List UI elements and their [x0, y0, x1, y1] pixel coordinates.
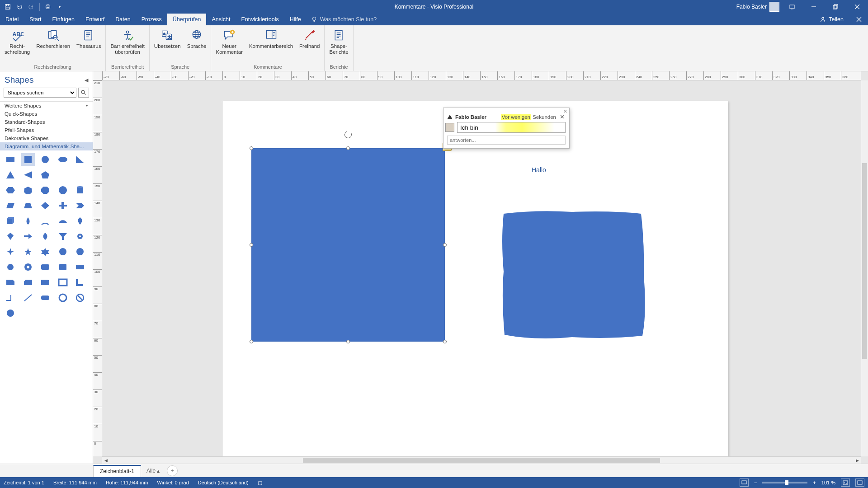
- shape-blank1[interactable]: [21, 307, 35, 319]
- zoom-out-button[interactable]: −: [754, 480, 757, 485]
- shapes-search-button[interactable]: [78, 88, 89, 98]
- shape-burst[interactable]: [73, 245, 87, 258]
- shape-ring[interactable]: [56, 291, 70, 304]
- stencil-diagram-math-shapes[interactable]: Diagramm- und Mathematik-Sha...: [0, 142, 93, 150]
- shape-no[interactable]: [73, 291, 87, 304]
- tab-process[interactable]: Prozess: [136, 14, 167, 25]
- shape-blank2[interactable]: [38, 307, 52, 319]
- print-button[interactable]: [43, 2, 53, 12]
- stencil-quick-shapes[interactable]: Quick-Shapes: [0, 110, 93, 118]
- selected-shape-square[interactable]: [251, 148, 445, 342]
- status-language[interactable]: Deutsch (Deutschland): [198, 480, 249, 485]
- shape-heptagon[interactable]: [21, 184, 35, 197]
- horizontal-scrollbar[interactable]: ◀ ▶: [102, 456, 861, 464]
- stencil-more-shapes[interactable]: Weitere Shapes: [0, 102, 93, 110]
- check-accessibility-button[interactable]: Barrierefreiheit überprüfen: [108, 26, 147, 56]
- comment-popup-dismiss[interactable]: ✕: [563, 108, 567, 114]
- zoom-slider[interactable]: [762, 482, 807, 483]
- shape-funnel[interactable]: [56, 230, 70, 243]
- resize-handle-tm[interactable]: [346, 146, 350, 150]
- save-button[interactable]: [3, 2, 13, 12]
- shape-round1[interactable]: [38, 276, 52, 289]
- close-button[interactable]: [848, 0, 866, 13]
- shape-l[interactable]: [73, 276, 87, 289]
- drawing-viewport[interactable]: Hallo ✕ Fabio Basler Vor wenigen Sekunde…: [102, 80, 861, 456]
- shape-arc[interactable]: [38, 215, 52, 227]
- signed-in-user[interactable]: Fabio Basler: [736, 2, 779, 12]
- thesaurus-button[interactable]: Thesaurus: [74, 26, 104, 50]
- shape-chord[interactable]: [56, 215, 70, 227]
- sheet-tab-1[interactable]: Zeichenblatt-1: [93, 465, 141, 477]
- tab-developer[interactable]: Entwicklertools: [236, 14, 284, 25]
- undo-button[interactable]: [14, 2, 24, 12]
- shapes-panel-collapse-button[interactable]: ◀: [85, 77, 88, 83]
- shape-decagon[interactable]: [56, 184, 70, 197]
- collapse-ribbon-button[interactable]: [850, 14, 868, 25]
- resize-handle-bl[interactable]: [250, 340, 253, 343]
- comments-pane-button[interactable]: Kommentarbereich: [246, 26, 296, 50]
- shape-line-d[interactable]: [21, 291, 35, 304]
- freehand-shape[interactable]: [500, 208, 647, 341]
- shape-empty2[interactable]: [73, 169, 87, 181]
- shape-can[interactable]: [73, 184, 87, 197]
- shape-ellipse[interactable]: [56, 153, 70, 166]
- qat-customize-icon[interactable]: ▾: [55, 2, 65, 12]
- shape-donut[interactable]: [21, 261, 35, 273]
- shape-gear[interactable]: [73, 230, 87, 243]
- sheet-all-button[interactable]: Alle ▴: [142, 466, 164, 476]
- tab-file[interactable]: Datei: [0, 14, 24, 25]
- zoom-in-button[interactable]: +: [813, 480, 816, 485]
- shape-hexagon[interactable]: [4, 184, 17, 197]
- shape-round-small[interactable]: [4, 261, 17, 273]
- maximize-button[interactable]: [826, 0, 844, 13]
- shape-circle-sm[interactable]: [4, 307, 17, 319]
- text-hallo[interactable]: Hallo: [532, 166, 546, 174]
- shape-right-triangle[interactable]: [73, 153, 87, 166]
- ink-button[interactable]: Freihand: [297, 26, 322, 50]
- comment-reply-input[interactable]: [447, 136, 566, 145]
- shapes-search-input[interactable]: Shapes suchen: [4, 88, 76, 98]
- translate-button[interactable]: a文Übersetzen: [151, 26, 184, 50]
- shape-lens[interactable]: [38, 230, 52, 243]
- stencil-arrow-shapes[interactable]: Pfeil-Shapes: [0, 126, 93, 134]
- shape-snip2[interactable]: [21, 276, 35, 289]
- tab-review[interactable]: Überprüfen: [167, 14, 207, 25]
- tell-me-search[interactable]: Was möchten Sie tun?: [307, 14, 381, 25]
- redo-button[interactable]: [26, 2, 36, 12]
- tab-insert[interactable]: Einfügen: [47, 14, 80, 25]
- shape-blank4[interactable]: [73, 307, 87, 319]
- shape-empty[interactable]: [56, 169, 70, 181]
- shape-roundrect2[interactable]: [38, 291, 52, 304]
- macro-recording-icon[interactable]: ▢: [258, 480, 262, 486]
- shape-snip1[interactable]: [4, 276, 17, 289]
- share-button[interactable]: Teilen: [813, 14, 850, 25]
- presentation-mode-button[interactable]: [740, 479, 749, 487]
- shape-triangle-left[interactable]: [21, 169, 35, 181]
- shape-kite[interactable]: [4, 230, 17, 243]
- comment-text-input[interactable]: [457, 122, 566, 133]
- tab-view[interactable]: Ansicht: [206, 14, 236, 25]
- hscroll-left-button[interactable]: ◀: [102, 457, 109, 464]
- research-button[interactable]: Recherchieren: [33, 26, 73, 50]
- stencil-standard-shapes[interactable]: Standard-Shapes: [0, 118, 93, 126]
- shape-rectangle[interactable]: [4, 153, 17, 166]
- shape-frame[interactable]: [56, 276, 70, 289]
- resize-handle-bm[interactable]: [346, 340, 350, 343]
- vertical-scrollbar[interactable]: [861, 80, 868, 456]
- shape-pentagon[interactable]: [38, 169, 52, 181]
- minimize-button[interactable]: [805, 0, 823, 13]
- shape-octagon[interactable]: [38, 184, 52, 197]
- pan-zoom-button[interactable]: [855, 479, 864, 487]
- shape-rounded-rect[interactable]: [38, 261, 52, 273]
- shape-diamond[interactable]: [38, 199, 52, 212]
- tab-data[interactable]: Daten: [110, 14, 136, 25]
- shape-triangle[interactable]: [4, 169, 17, 181]
- hscroll-thumb[interactable]: [303, 458, 660, 463]
- shape-star6[interactable]: [38, 245, 52, 258]
- stencil-decorative-shapes[interactable]: Dekorative Shapes: [0, 134, 93, 142]
- shape-cross[interactable]: [56, 199, 70, 212]
- shape-rounded-sq[interactable]: [56, 261, 70, 273]
- resize-handle-br[interactable]: [443, 340, 447, 343]
- shape-drop[interactable]: [21, 215, 35, 227]
- shape-trapezoid[interactable]: [21, 199, 35, 212]
